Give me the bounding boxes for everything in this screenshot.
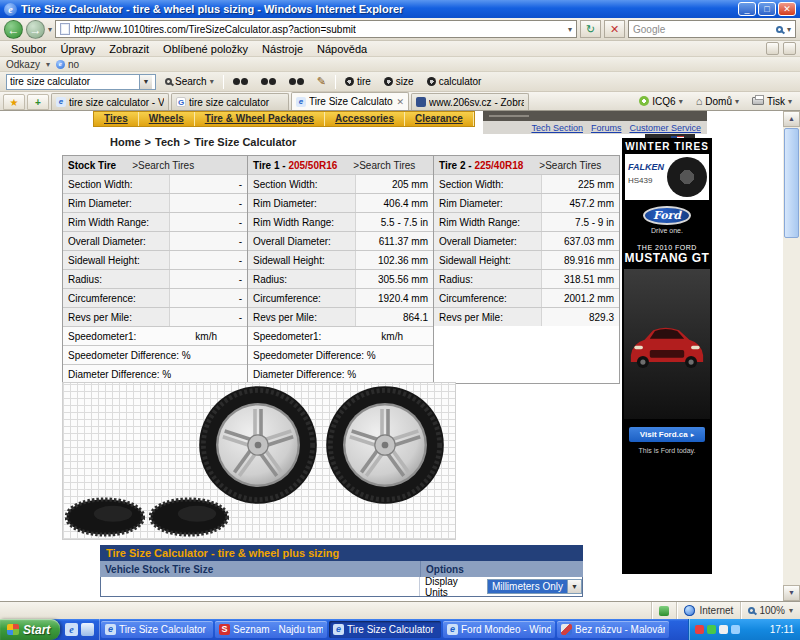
tab-search-results[interactable]: e tire size calculator - Vyhledat... [51,93,169,110]
nav-tab-packages[interactable]: Tire & Wheel Packages [195,112,325,126]
menu-file[interactable]: Soubor [4,43,53,55]
chevron-down-icon[interactable]: ▾ [789,606,793,615]
campaign-line2: MUSTANG GT [625,251,710,265]
nav-tab-accessories[interactable]: Accessories [325,112,405,126]
search-icon[interactable] [776,26,783,33]
taskbar-item-active[interactable]: e Tire Size Calculator ... [329,621,441,638]
forward-button[interactable]: → [26,20,45,39]
visit-ford-label: Visit Ford.ca [640,430,688,439]
tray-icon[interactable] [731,625,740,634]
row-label: Radius: [248,270,355,288]
back-button[interactable]: ← [4,20,23,39]
search-input[interactable]: Google ▾ [628,20,796,38]
history-dropdown-icon[interactable]: ▾ [48,25,52,34]
tech-section-link[interactable]: Tech Section [531,123,583,133]
minimize-button[interactable]: _ [738,2,756,16]
favorites-button[interactable]: ★ [3,94,25,110]
toolbar-extra-icon[interactable] [783,42,796,55]
close-button[interactable]: ✕ [778,2,796,16]
menu-edit[interactable]: Úpravy [53,43,102,55]
breadcrumb-tech[interactable]: Tech [155,136,180,148]
forums-link[interactable]: Forums [591,123,622,133]
sunglasses-icon [233,78,248,85]
window-title: Tire Size Calculator - tire & wheel plus… [21,3,734,15]
stop-button[interactable]: ✕ [604,20,625,38]
nav-tab-clearance[interactable]: Clearance [405,112,474,126]
nav-tab-tires[interactable]: Tires [94,112,139,126]
scrollbar-thumb[interactable] [784,128,799,238]
scroll-up-button[interactable]: ▲ [783,111,800,127]
menu-favorites[interactable]: Oblíbené položky [156,43,255,55]
toolbar-icon-button[interactable] [285,73,308,90]
breadcrumb-home[interactable]: Home [110,136,141,148]
toolbar-extra-icon[interactable] [766,42,779,55]
tray-icon[interactable] [695,625,704,634]
toolbar-pencil-button[interactable]: ✎ [313,73,330,90]
display-units-select[interactable]: Millimeters Only ▼ [487,579,582,594]
taskbar-item[interactable]: S Seznam - Najdu tam... [215,621,327,638]
combo-dropdown-icon[interactable]: ▼ [139,75,152,89]
empty-row [434,364,619,383]
vertical-scrollbar[interactable]: ▲ ▼ [783,111,800,601]
menu-bar: Soubor Úpravy Zobrazit Oblíbené položky … [0,41,800,57]
print-button[interactable]: Tisk ▾ [747,93,797,109]
search-dropdown-icon[interactable]: ▾ [787,25,791,34]
show-desktop-icon[interactable] [81,623,94,636]
zoom-control[interactable]: 100% ▾ [740,602,800,619]
toolbar-search-combo[interactable]: tire size calculator ▼ [6,74,156,90]
ad-banner[interactable]: WINTER TIRES FALKEN HS439 Ford Drive one… [622,138,712,574]
link-item-no[interactable]: e no [56,59,79,70]
taskbar-items: e Tire Size Calculator - ... S Seznam - … [100,619,688,640]
tray-icon[interactable] [707,625,716,634]
address-dropdown-icon[interactable]: ▾ [568,25,572,34]
tab-206sv[interactable]: www.206sv.cz - Zobrazit té... [411,93,529,110]
toolbar-calculator-button[interactable]: calculator [423,73,486,90]
toolbar-size-button[interactable]: size [380,73,418,90]
breadcrumb: Home > Tech > Tire Size Calculator [110,136,296,148]
tab-google-search[interactable]: G tire size calculator [171,93,289,110]
scroll-down-button[interactable]: ▼ [783,585,800,601]
search-tires-link[interactable]: >Search Tires [539,160,601,171]
tab-close-icon[interactable]: ✕ [396,97,404,107]
arrow-right-icon: ▸ [691,431,695,439]
row-value: 2001.2 mm [541,289,619,307]
start-button[interactable]: Start [0,619,60,640]
table-row: Section Width:- [63,174,247,193]
icq-button[interactable]: ICQ6 ▾ [634,93,687,109]
search-tires-link[interactable]: >Search Tires [132,160,194,171]
tray-icon[interactable] [719,625,728,634]
google-icon: G [176,97,186,107]
taskbar-item[interactable]: e Tire Size Calculator - ... [101,621,213,638]
maximize-button[interactable]: □ [758,2,776,16]
address-input[interactable]: http://www.1010tires.com/TireSizeCalcula… [55,20,577,38]
tab-tire-size-calculator[interactable]: e Tire Size Calculator - tire ... ✕ [291,92,409,110]
taskbar-item[interactable]: Bez názvu - Malování [557,621,669,638]
home-button[interactable]: ⌂ Domů ▾ [691,93,744,109]
taskbar-item[interactable]: e Ford Mondeo - Windo... [443,621,555,638]
visit-ford-button[interactable]: Visit Ford.ca ▸ [629,427,705,442]
search-tires-link[interactable]: >Search Tires [353,160,415,171]
star-icon: ★ [10,97,19,108]
toolbar-icon-button[interactable] [229,73,252,90]
menu-view[interactable]: Zobrazit [102,43,156,55]
menu-help[interactable]: Nápověda [310,43,374,55]
ie-quicklaunch-icon[interactable]: e [65,623,78,636]
search-options-icon[interactable]: ▾ [210,77,214,86]
add-favorite-button[interactable]: + [27,94,49,110]
table-row: Rim Diameter:- [63,193,247,212]
links-dropdown-icon[interactable]: ▾ [46,60,50,69]
refresh-button[interactable]: ↻ [580,20,601,38]
zoom-level: 100% [759,605,785,616]
toolbar-tire-button[interactable]: tire [341,73,375,90]
winter-tires-header[interactable]: WINTER TIRES [625,138,709,154]
falken-tire-image[interactable]: FALKEN HS439 [625,154,709,200]
select-dropdown-icon[interactable]: ▼ [567,580,581,593]
nav-tab-wheels[interactable]: Wheels [139,112,195,126]
toolbar-icon-button[interactable] [257,73,280,90]
menu-tools[interactable]: Nástroje [255,43,310,55]
customer-service-link[interactable]: Customer Service [629,123,701,133]
table-row: Overall Diameter:637.03 mm [434,231,619,250]
column-stock-tire: Stock Tire >Search Tires Section Width:-… [62,155,248,384]
toolbar-search-button[interactable]: Search ▾ [161,73,218,90]
table-row: Circumference:2001.2 mm [434,288,619,307]
